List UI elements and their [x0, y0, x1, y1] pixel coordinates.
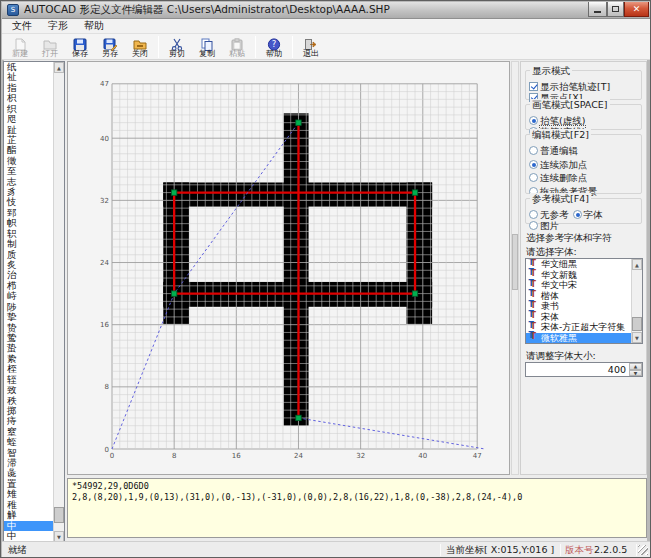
char-list-item[interactable]: 挚	[4, 312, 54, 322]
font-list-item[interactable]: 宋体-方正超大字符集	[526, 322, 632, 333]
vertex-point[interactable]	[412, 291, 417, 296]
cut-icon	[170, 36, 184, 49]
reference-mode-group: 参考模式[F4] 无参考字体图片	[525, 198, 642, 224]
close-button[interactable]: ✕	[624, 2, 649, 17]
radio-option[interactable]: 无参考	[529, 209, 569, 220]
font-list-item[interactable]: 微软雅黑	[526, 333, 632, 344]
radio-unchecked-icon[interactable]	[529, 210, 538, 219]
toolbar-separator	[255, 36, 256, 58]
radio-checked-icon[interactable]	[573, 210, 582, 219]
font-section-title: 选择参考字体和字符	[526, 232, 612, 245]
font-list-item[interactable]: 隶书	[526, 301, 632, 312]
scrollbar-thumb[interactable]	[632, 317, 642, 331]
panel-splitter[interactable]	[511, 61, 519, 475]
status-divider	[560, 544, 561, 556]
radio-unchecked-icon[interactable]	[529, 146, 538, 155]
toolbar: 新建打开保存另存关闭剪切复制粘贴?帮助退出	[2, 34, 651, 60]
y-axis-tick: 47	[100, 80, 109, 88]
x-axis-tick: 24	[294, 452, 303, 460]
font-list-item[interactable]: 华文新魏	[526, 270, 632, 281]
checkbox-checked-icon[interactable]	[529, 82, 538, 91]
toolbar-button: 新建	[5, 35, 35, 58]
scroll-up-icon[interactable]: ▲	[632, 259, 642, 270]
font-name: 微软雅黑	[541, 333, 577, 344]
char-list-item[interactable]: 致	[4, 385, 54, 395]
toolbar-button[interactable]: 复制	[192, 35, 222, 58]
font-list-item[interactable]: 华文中宋	[526, 280, 632, 291]
radio-option[interactable]: 普通编辑	[529, 145, 634, 156]
maximize-button[interactable]	[607, 2, 624, 17]
shape-code-line: *54992,29,0D6D0	[72, 481, 642, 492]
scroll-up-icon[interactable]: ▲	[54, 62, 64, 73]
app-window: S AUTOCAD 形定义文件编辑器 C:\Users\Administrato…	[0, 0, 651, 558]
app-icon: S	[7, 4, 19, 16]
checkbox-option[interactable]: 显示抬笔轨迹[T]	[529, 81, 610, 92]
toolbar-button[interactable]: 保存	[65, 35, 95, 58]
option-label: 无参考	[540, 209, 569, 220]
scroll-down-icon[interactable]: ▼	[632, 332, 642, 343]
spin-down-icon[interactable]: ▼	[629, 370, 642, 377]
font-name: 宋体	[541, 312, 559, 323]
vertex-point[interactable]	[412, 190, 417, 195]
save-icon	[73, 36, 87, 49]
option-label: 连续添加点	[540, 159, 588, 170]
font-list-item[interactable]: 华文细黑	[526, 259, 632, 270]
menu-item[interactable]: 字形	[40, 18, 76, 34]
radio-option[interactable]: 图片	[529, 220, 559, 231]
shape-code-line: 2,8,(8,20),1,9,(0,13),(31,0),(0,-13),(-3…	[72, 492, 642, 503]
vertex-point[interactable]	[171, 291, 176, 296]
radio-checked-icon[interactable]	[529, 160, 538, 169]
x-axis-tick: 16	[232, 452, 241, 460]
character-list-scrollbar[interactable]: ▲ ▼	[53, 62, 64, 542]
option-label: 普通编辑	[540, 145, 578, 156]
toolbar-button[interactable]: 另存	[95, 35, 125, 58]
reference-glyph-cell	[163, 182, 189, 323]
char-list-item[interactable]: 觯	[4, 510, 54, 520]
toolbar-separator	[158, 36, 159, 58]
font-list-scrollbar[interactable]: ▲ ▼	[631, 259, 642, 343]
menu-item[interactable]: 帮助	[76, 18, 112, 34]
resize-grip[interactable]	[638, 545, 648, 555]
y-axis-tick: 24	[100, 259, 109, 267]
radio-option[interactable]: 连续删除点	[529, 172, 634, 183]
toolbar-button[interactable]: 退出	[296, 35, 326, 58]
close-file-icon	[133, 36, 147, 49]
x-axis-tick: 0	[110, 452, 114, 460]
minimize-button[interactable]	[588, 2, 607, 17]
version-label: 版本号	[565, 544, 594, 557]
shape-definition-editor[interactable]: *54992,29,0D6D02,8,(8,20),1,9,(0,13),(31…	[67, 478, 647, 538]
splitter-handle[interactable]	[512, 234, 518, 290]
y-axis-tick: 16	[100, 321, 109, 329]
font-name: 华文新魏	[541, 270, 577, 281]
char-list-item[interactable]: 咫	[4, 114, 54, 124]
radio-unchecked-icon[interactable]	[529, 173, 538, 182]
toolbar-button-label: 关闭	[132, 49, 148, 58]
option-label: 字体	[584, 209, 603, 220]
vertex-point[interactable]	[296, 415, 301, 420]
font-size-spinner[interactable]: 400 ▲ ▼	[525, 362, 643, 377]
save-as-icon	[103, 36, 117, 49]
status-divider	[636, 544, 637, 556]
font-list-item[interactable]: 楷体	[526, 291, 632, 302]
vertex-point[interactable]	[296, 120, 301, 125]
vertex-point[interactable]	[171, 190, 176, 195]
toolbar-button[interactable]: ?帮助	[259, 35, 289, 58]
char-list-item[interactable]: 中	[4, 531, 54, 541]
scrollbar-thumb[interactable]	[54, 507, 64, 523]
toolbar-button[interactable]: 关闭	[125, 35, 155, 58]
glyph-edit-canvas[interactable]: 008816162424323240404747	[67, 61, 510, 475]
toolbar-button[interactable]: 剪切	[162, 35, 192, 58]
toolbar-button: 粘贴	[222, 35, 252, 58]
font-list-item[interactable]: 宋体	[526, 312, 632, 323]
radio-unchecked-icon[interactable]	[529, 221, 538, 230]
radio-checked-icon[interactable]	[529, 116, 538, 125]
title-bar[interactable]: S AUTOCAD 形定义文件编辑器 C:\Users\Administrato…	[2, 2, 651, 19]
font-name: 楷体	[541, 291, 559, 302]
radio-option[interactable]: 连续添加点	[529, 159, 634, 170]
menu-item[interactable]: 文件	[4, 18, 40, 34]
font-size-value[interactable]: 400	[608, 364, 626, 375]
font-name: 华文细黑	[541, 259, 577, 270]
shape-canvas[interactable]: 008816162424323240404747	[68, 62, 509, 474]
radio-option[interactable]: 字体	[573, 209, 603, 220]
radio-option[interactable]: 抬笔(虚线)	[529, 115, 585, 126]
